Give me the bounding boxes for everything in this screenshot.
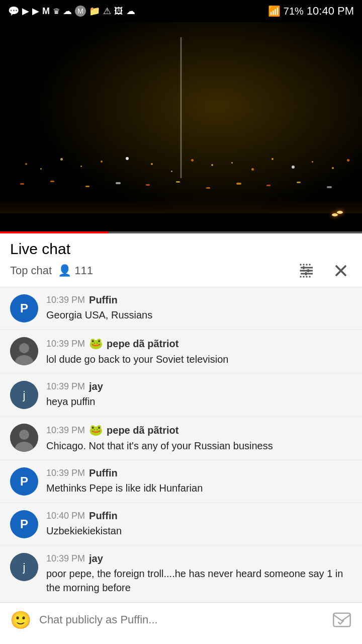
- message-time: 10:39 PM: [46, 295, 85, 305]
- avatar: j: [10, 381, 38, 409]
- smiley-icon: 🙂: [10, 610, 31, 629]
- message-text: Methinks Pepe is like idk Hunfarian: [46, 481, 352, 495]
- status-bar: 💬 ▶ ▶ M ♛ ☁ M 📁 ⚠ 🖼 ☁ 📶 71% 10:40 PM: [0, 0, 362, 22]
- avatar: P: [10, 467, 38, 496]
- video-player[interactable]: [0, 22, 362, 233]
- battery-text: 71%: [284, 6, 304, 17]
- top-chat-label: Top chat: [10, 264, 52, 277]
- filter-icon: [298, 262, 316, 280]
- message-username: Puffin: [89, 467, 118, 479]
- message-time: 10:39 PM: [46, 468, 85, 478]
- viewer-number: 111: [74, 264, 93, 277]
- send-icon: [332, 610, 352, 630]
- message-text: Georgia USA, Russians: [46, 308, 352, 322]
- message-username: pepe dã pãtriot: [107, 425, 178, 436]
- live-chat-title: Live chat: [10, 240, 352, 258]
- svg-rect-16: [333, 613, 350, 627]
- message-content: 10:39 PM Puffin Methinks Pepe is like id…: [46, 467, 352, 495]
- table-row: 10:39 PM 🐸 pepe dã pãtriot lol dude go b…: [0, 330, 362, 374]
- message-text: Uzbekiekiekistan: [46, 524, 352, 538]
- send-button[interactable]: [332, 610, 352, 630]
- avatar: [10, 337, 38, 365]
- message-time: 10:39 PM: [46, 553, 85, 564]
- video-progress-bar[interactable]: [0, 231, 362, 233]
- message-username: jay: [89, 381, 103, 392]
- message-content: 10:40 PM Puffin Uzbekiekiekistan: [46, 510, 352, 538]
- chat-input[interactable]: [39, 613, 324, 626]
- avatar: P: [10, 294, 38, 323]
- message-username: Puffin: [89, 294, 118, 306]
- message-content: 10:39 PM Puffin Georgia USA, Russians: [46, 294, 352, 322]
- table-row: j 10:39 PM jay heya puffin: [0, 374, 362, 417]
- message-time: 10:39 PM: [46, 425, 85, 436]
- message-content: 10:39 PM 🐸 pepe dã pãtriot Chicago. Not …: [46, 424, 352, 453]
- message-username: Puffin: [89, 510, 118, 522]
- message-text: poor pepe, the foreign troll....he has n…: [46, 567, 352, 595]
- time-display: 10:40 PM: [307, 5, 354, 18]
- chat-messages-list: P 10:39 PM Puffin Georgia USA, Russians …: [0, 287, 362, 602]
- wifi-icon: 📶: [268, 5, 281, 17]
- message-username: pepe dã pãtriot: [107, 338, 178, 350]
- message-content: 10:39 PM jay heya puffin: [46, 381, 352, 409]
- svg-text:j: j: [23, 389, 26, 401]
- chat-input-area: 🙂: [0, 602, 362, 637]
- message-username: jay: [89, 553, 103, 565]
- svg-text:j: j: [23, 561, 26, 574]
- table-row: 10:39 PM 🐸 pepe dã pãtriot Chicago. Not …: [0, 417, 362, 460]
- message-text: Chicago. Not that it's any of your Russi…: [46, 439, 352, 453]
- close-icon: [332, 262, 350, 280]
- video-progress-fill: [0, 231, 109, 233]
- message-time: 10:39 PM: [46, 381, 85, 392]
- message-time: 10:40 PM: [46, 511, 85, 521]
- avatar: j: [10, 553, 38, 581]
- message-emoji: 🐸: [89, 424, 103, 437]
- avatar: P: [10, 510, 38, 538]
- close-button[interactable]: [330, 260, 352, 282]
- status-icons: 💬 ▶ ▶ M ♛ ☁ M 📁 ⚠ 🖼 ☁: [8, 6, 135, 17]
- table-row: P 10:40 PM Puffin Uzbekiekiekistan: [0, 503, 362, 546]
- message-time: 10:39 PM: [46, 339, 85, 349]
- message-content: 10:39 PM jay poor pepe, the foreign trol…: [46, 553, 352, 595]
- avatar: [10, 424, 38, 452]
- table-row: P 10:39 PM Puffin Methinks Pepe is like …: [0, 460, 362, 503]
- message-text: lol dude go back to your Soviet televisi…: [46, 352, 352, 366]
- status-right-icons: 📶 71% 10:40 PM: [268, 5, 354, 18]
- live-chat-header: Live chat Top chat 👤 111: [0, 233, 362, 287]
- filter-button[interactable]: [296, 260, 318, 282]
- message-emoji: 🐸: [89, 337, 103, 350]
- message-text: heya puffin: [46, 394, 352, 409]
- viewer-count: 👤 111: [58, 264, 93, 277]
- table-row: P 10:39 PM Puffin Georgia USA, Russians: [0, 287, 362, 330]
- svg-point-12: [19, 430, 29, 440]
- message-content: 10:39 PM 🐸 pepe dã pãtriot lol dude go b…: [46, 337, 352, 366]
- svg-point-7: [19, 343, 29, 353]
- emoji-button[interactable]: 🙂: [10, 610, 31, 630]
- table-row: j 10:39 PM jay poor pepe, the foreign tr…: [0, 546, 362, 602]
- person-icon: 👤: [58, 264, 71, 277]
